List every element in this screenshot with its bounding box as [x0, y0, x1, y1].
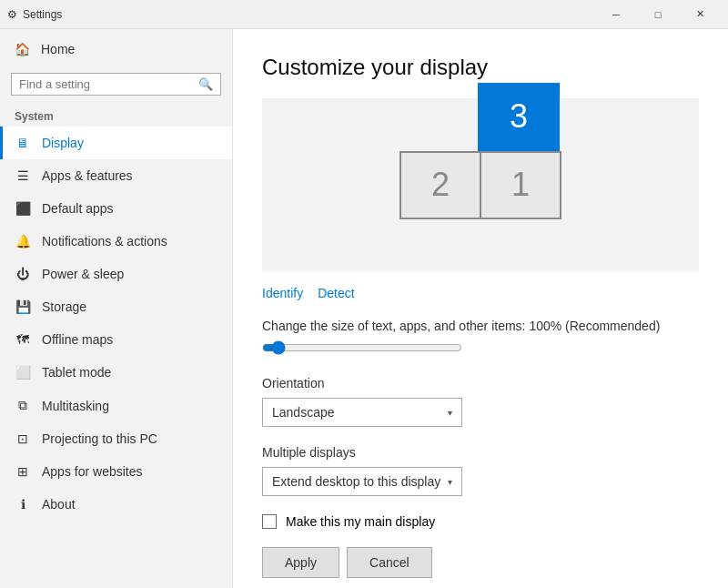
minimize-button[interactable]: ─ — [595, 0, 637, 29]
title-bar-left: ⚙ Settings — [7, 8, 62, 21]
sidebar-item-about[interactable]: ℹ About — [0, 488, 232, 521]
close-button[interactable]: ✕ — [679, 0, 721, 29]
sidebar-item-label: Multitasking — [42, 399, 109, 413]
home-label: Home — [41, 42, 75, 56]
sidebar-item-label: About — [42, 497, 76, 512]
main-display-row[interactable]: Make this my main display — [262, 514, 699, 529]
detect-link[interactable]: Detect — [318, 286, 354, 300]
home-icon — [15, 42, 30, 56]
projecting-icon: ⊡ — [15, 431, 31, 446]
monitor-2[interactable]: 2 — [399, 151, 481, 219]
orientation-selected: Landscape — [272, 405, 335, 420]
sidebar-item-label: Storage — [42, 299, 86, 314]
multiple-displays-container: Multiple displays Extend desktop to this… — [262, 445, 699, 496]
main-display-checkbox[interactable] — [262, 514, 277, 529]
display-icon: 🖥 — [15, 136, 31, 150]
sidebar-item-label: Projecting to this PC — [42, 431, 157, 446]
multiple-displays-arrow-icon: ▾ — [448, 477, 452, 487]
title-bar: ⚙ Settings ─ □ ✕ — [0, 0, 728, 29]
sidebar-item-label: Apps & features — [42, 168, 133, 183]
display-preview: 2 1 3 — [262, 98, 699, 271]
sidebar-item-display[interactable]: 🖥 Display — [0, 127, 232, 159]
identify-link[interactable]: Identify — [262, 286, 303, 300]
sidebar-item-tablet-mode[interactable]: ⬜ Tablet mode — [0, 356, 232, 389]
sidebar-item-offline-maps[interactable]: 🗺 Offline maps — [0, 323, 232, 356]
main-display-label: Make this my main display — [286, 514, 435, 529]
apps-websites-icon: ⊞ — [15, 464, 31, 479]
sidebar-item-label: Power & sleep — [42, 267, 124, 281]
monitor-group: 2 1 3 — [399, 151, 561, 219]
sidebar-item-default-apps[interactable]: ⬛ Default apps — [0, 192, 232, 225]
sidebar-item-label: Notifications & actions — [42, 234, 167, 248]
monitor-3[interactable]: 3 — [478, 83, 560, 151]
monitor-1[interactable]: 1 3 — [480, 151, 561, 219]
sidebar-item-power-sleep[interactable]: ⏻ Power & sleep — [0, 258, 232, 290]
app-body: Home 🔍 System 🖥 Display ☰ Apps & feature… — [0, 29, 728, 588]
maps-icon: 🗺 — [15, 332, 31, 347]
sidebar-item-home[interactable]: Home — [0, 29, 232, 69]
sidebar-item-label: Apps for websites — [42, 464, 143, 479]
sidebar-item-label: Display — [42, 136, 84, 150]
title-bar-controls: ─ □ ✕ — [595, 0, 721, 29]
tablet-icon: ⬜ — [15, 365, 31, 380]
about-icon: ℹ — [15, 497, 31, 512]
search-box[interactable]: 🔍 — [11, 73, 221, 96]
sidebar-item-label: Offline maps — [42, 332, 113, 347]
sidebar-item-apps-features[interactable]: ☰ Apps & features — [0, 159, 232, 192]
storage-icon: 💾 — [15, 299, 31, 314]
settings-icon: ⚙ — [7, 8, 17, 21]
orientation-dropdown[interactable]: Landscape ▾ — [262, 398, 462, 427]
apply-button[interactable]: Apply — [262, 547, 339, 578]
sidebar-item-storage[interactable]: 💾 Storage — [0, 290, 232, 323]
sidebar-item-label: Tablet mode — [42, 365, 111, 380]
search-icon: 🔍 — [198, 77, 213, 91]
orientation-arrow-icon: ▾ — [448, 408, 452, 418]
orientation-label: Orientation — [262, 376, 699, 390]
multiple-displays-label: Multiple displays — [262, 445, 699, 460]
notifications-icon: 🔔 — [15, 234, 31, 248]
buttons-row: Apply Cancel — [262, 547, 699, 578]
orientation-container: Orientation Landscape ▾ — [262, 376, 699, 427]
sidebar-section-label: System — [0, 103, 232, 127]
scale-label: Change the size of text, apps, and other… — [262, 319, 699, 333]
apps-features-icon: ☰ — [15, 168, 31, 183]
sidebar-item-apps-websites[interactable]: ⊞ Apps for websites — [0, 455, 232, 488]
maximize-button[interactable]: □ — [637, 0, 679, 29]
search-input[interactable] — [19, 77, 198, 91]
power-icon: ⏻ — [15, 267, 31, 281]
identify-detect-row: Identify Detect — [262, 286, 699, 300]
cancel-button[interactable]: Cancel — [347, 547, 432, 578]
default-apps-icon: ⬛ — [15, 201, 31, 216]
multiple-displays-selected: Extend desktop to this display — [272, 474, 440, 489]
content-area: Customize your display 2 1 3 Identify De… — [233, 29, 728, 588]
sidebar-item-notifications[interactable]: 🔔 Notifications & actions — [0, 225, 232, 258]
scale-container: Change the size of text, apps, and other… — [262, 319, 699, 358]
sidebar-item-label: Default apps — [42, 201, 114, 216]
sidebar: Home 🔍 System 🖥 Display ☰ Apps & feature… — [0, 29, 233, 588]
scale-slider[interactable] — [262, 340, 462, 355]
title-bar-title: Settings — [23, 8, 62, 21]
sidebar-item-projecting[interactable]: ⊡ Projecting to this PC — [0, 422, 232, 455]
multiple-displays-dropdown[interactable]: Extend desktop to this display ▾ — [262, 467, 462, 496]
sidebar-item-multitasking[interactable]: ⧉ Multitasking — [0, 389, 232, 422]
page-title: Customize your display — [262, 55, 699, 80]
multitasking-icon: ⧉ — [15, 398, 31, 413]
